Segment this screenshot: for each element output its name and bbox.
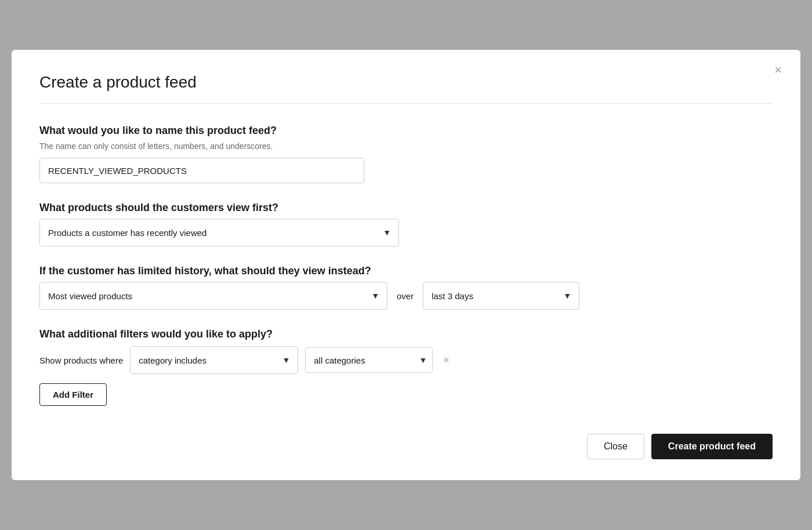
remove-filter-button[interactable]: ×: [440, 353, 453, 368]
name-section: What would you like to name this product…: [39, 125, 773, 183]
modal-title: Create a product feed: [39, 73, 773, 92]
limited-history-section: If the customer has limited history, wha…: [39, 265, 773, 310]
name-section-hint: The name can only consist of letters, nu…: [39, 141, 773, 151]
limited-history-select-wrapper: Most viewed products Trending products N…: [39, 282, 387, 310]
view-first-select-wrapper: Products a customer has recently viewed …: [39, 219, 399, 246]
view-first-select[interactable]: Products a customer has recently viewed …: [39, 219, 399, 246]
days-select-wrapper: last 3 days last 7 days last 14 days las…: [423, 282, 579, 310]
view-first-section: What products should the customers view …: [39, 202, 773, 246]
name-section-label: What would you like to name this product…: [39, 125, 773, 137]
modal-footer: Close Create product feed: [39, 422, 773, 459]
filter-type-select[interactable]: category includes category excludes pric…: [130, 346, 298, 374]
modal-divider: [39, 103, 773, 104]
modal-overlay: × Create a product feed What would you l…: [0, 0, 812, 530]
modal-close-x-button[interactable]: ×: [770, 61, 786, 79]
over-label: over: [397, 291, 414, 301]
days-select[interactable]: last 3 days last 7 days last 14 days las…: [423, 282, 579, 310]
filters-section-label: What additional filters would you like t…: [39, 328, 773, 340]
add-filter-button[interactable]: Add Filter: [39, 383, 107, 406]
limited-history-row: Most viewed products Trending products N…: [39, 282, 773, 310]
view-first-label: What products should the customers view …: [39, 202, 773, 214]
limited-history-label: If the customer has limited history, wha…: [39, 265, 773, 277]
close-button[interactable]: Close: [587, 434, 644, 459]
filter-row: Show products where category includes ca…: [39, 346, 773, 374]
create-product-feed-button[interactable]: Create product feed: [651, 434, 773, 459]
feed-name-input[interactable]: [39, 158, 364, 183]
filter-value-select[interactable]: all categories electronics clothing home…: [305, 347, 433, 373]
filters-section: What additional filters would you like t…: [39, 328, 773, 406]
filter-type-select-wrapper: category includes category excludes pric…: [130, 346, 298, 374]
show-products-where-label: Show products where: [39, 355, 123, 365]
filter-value-select-wrapper: all categories electronics clothing home…: [305, 347, 433, 373]
limited-history-select[interactable]: Most viewed products Trending products N…: [39, 282, 387, 310]
modal-dialog: × Create a product feed What would you l…: [12, 50, 800, 480]
